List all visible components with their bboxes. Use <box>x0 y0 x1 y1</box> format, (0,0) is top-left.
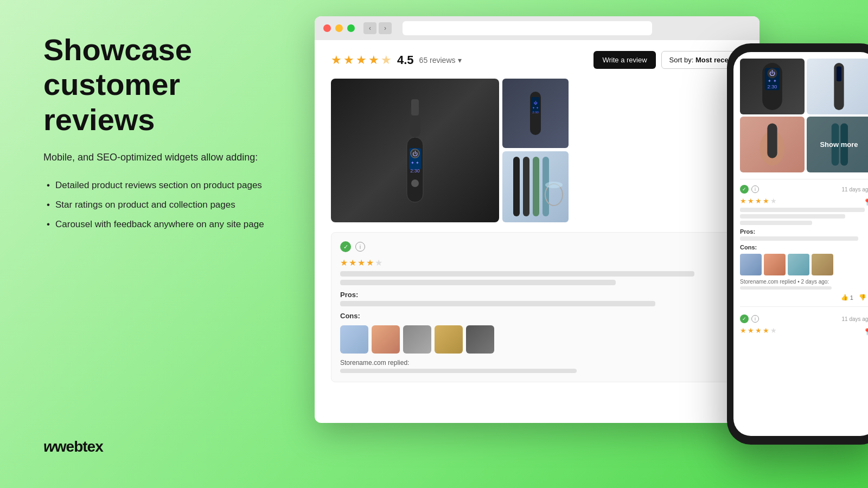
review-thumb-5[interactable] <box>466 325 494 354</box>
star-5: ★ <box>381 53 392 67</box>
svg-rect-8 <box>411 99 419 115</box>
mobile-review-1: ✓ i 11 days ago ★ ★ ★ ★ ★ 📍 <box>740 179 868 301</box>
svg-rect-10 <box>531 97 540 112</box>
mobile-thumb-4[interactable] <box>812 254 833 275</box>
mobile-text-1 <box>740 208 865 212</box>
list-item: Carousel with feedback anywhere on any s… <box>43 215 271 234</box>
review-text-line-1 <box>340 271 694 277</box>
svg-point-6 <box>411 179 419 187</box>
maximize-button[interactable] <box>347 24 355 32</box>
mobile-verified-badges: ✓ i <box>740 185 759 194</box>
review-thumb-3[interactable] <box>403 325 431 354</box>
svg-text:2:30: 2:30 <box>410 168 420 174</box>
list-item: Detailed product reviews section on prod… <box>43 176 271 195</box>
mobile-thumb-1[interactable] <box>740 254 762 275</box>
rating-header: ★ ★ ★ ★ ★ 4.5 65 reviews ▾ Write a revie… <box>331 51 743 69</box>
review-star-2: ★ <box>349 258 356 268</box>
mobile-like-action[interactable]: 👍 1 <box>841 294 853 301</box>
info-icon: i <box>355 242 365 252</box>
hero-title: Showcase customer reviews <box>43 33 271 137</box>
cons-section: Cons: <box>340 312 734 320</box>
mobile-cons-label: Cons: <box>740 244 868 251</box>
mobile-review-time-1: 11 days ago <box>842 187 869 192</box>
mobile-img-2[interactable] <box>807 59 868 114</box>
cons-label: Cons: <box>340 312 734 320</box>
mobile-text-3 <box>740 221 812 225</box>
pros-section: Pros: <box>340 291 734 306</box>
mobile-location-icon-2: 📍 <box>863 328 868 336</box>
review-thumbnails <box>340 325 734 354</box>
minimize-button[interactable] <box>335 24 343 32</box>
review-text-line-2 <box>340 280 616 285</box>
review-card-header: ✓ i <box>340 241 734 252</box>
toothbrush-illustration: ⏻ ✦ ✦ 2:30 <box>396 94 434 208</box>
star-3: ★ <box>356 53 367 67</box>
mobile-divider <box>740 306 868 307</box>
mobile-thumb-2[interactable] <box>764 254 786 275</box>
svg-text:✦ ✦: ✦ ✦ <box>768 79 776 84</box>
nav-arrows: ‹ › <box>363 22 392 34</box>
forward-button[interactable]: › <box>379 22 392 34</box>
mobile-pros-bar <box>740 236 858 241</box>
review-thumb-1[interactable] <box>340 325 368 354</box>
main-product-image[interactable]: ⏻ ✦ ✦ 2:30 <box>331 79 499 222</box>
mobile-info-icon: i <box>751 185 759 193</box>
svg-rect-14 <box>513 157 520 216</box>
mobile-verified-icon: ✓ <box>740 185 749 194</box>
mobile-review-thumbnails <box>740 254 868 275</box>
product-image-3[interactable] <box>502 151 569 222</box>
right-panel: ‹ › ★ ★ ★ ★ ★ 4.5 65 re <box>315 0 868 488</box>
svg-text:⏻: ⏻ <box>769 70 775 76</box>
pros-label: Pros: <box>340 291 734 299</box>
review-count: 65 reviews ▾ <box>419 56 462 65</box>
mobile-review-header-1: ✓ i 11 days ago <box>740 185 868 194</box>
svg-text:⏻: ⏻ <box>534 101 538 105</box>
rating-value: 4.5 <box>397 53 414 67</box>
write-review-button[interactable]: Write a review <box>593 51 655 69</box>
back-button[interactable]: ‹ <box>363 22 376 34</box>
feature-list: Detailed product reviews section on prod… <box>43 176 271 234</box>
svg-text:✦ ✦: ✦ ✦ <box>411 160 419 165</box>
image-gallery: ⏻ ✦ ✦ 2:30 <box>331 79 743 222</box>
browser-content: ★ ★ ★ ★ ★ 4.5 65 reviews ▾ Write a revie… <box>315 40 760 423</box>
reply-bar <box>340 369 577 373</box>
close-button[interactable] <box>323 24 331 32</box>
mobile-verified-icon-2: ✓ <box>740 314 749 323</box>
review-star-4: ★ <box>366 258 374 268</box>
list-item: Star ratings on product and collection p… <box>43 195 271 215</box>
mobile-img-1[interactable]: ⏻ ✦ ✦ 2:30 <box>740 59 805 114</box>
mobile-location-icon: 📍 <box>863 198 868 206</box>
review-reply: Storename.com replied: <box>340 359 734 373</box>
review-star-5: ★ <box>375 258 382 268</box>
mobile-review-time-2: 11 days ago <box>842 316 869 322</box>
star-2: ★ <box>343 53 354 67</box>
rating-left: ★ ★ ★ ★ ★ 4.5 65 reviews ▾ <box>331 53 462 67</box>
mobile-review-header-2: ✓ i 11 days ago <box>740 314 868 323</box>
mobile-review-actions: 👍 1 👎 3 <box>740 294 868 301</box>
svg-text:✦ ✦: ✦ ✦ <box>532 106 539 110</box>
mobile-dislike-action[interactable]: 👎 3 <box>859 294 868 301</box>
logo: wwebtex <box>43 406 271 455</box>
browser-window: ‹ › ★ ★ ★ ★ ★ 4.5 65 re <box>315 16 760 423</box>
svg-text:⏻: ⏻ <box>412 151 418 157</box>
review-thumb-4[interactable] <box>435 325 463 354</box>
svg-text:2:30: 2:30 <box>532 111 539 114</box>
svg-point-19 <box>545 182 563 188</box>
star-rating: ★ ★ ★ ★ ★ <box>331 53 392 67</box>
svg-rect-29 <box>767 124 777 158</box>
svg-text:2:30: 2:30 <box>768 84 777 89</box>
mobile-text-2 <box>740 214 845 219</box>
address-bar[interactable] <box>403 21 652 35</box>
mobile-thumb-3[interactable] <box>788 254 809 275</box>
product-image-2[interactable]: ⏻ ✦ ✦ 2:30 <box>502 79 569 148</box>
verified-icon: ✓ <box>340 241 351 252</box>
mobile-reply-bar <box>740 286 832 290</box>
review-star-1: ★ <box>340 258 348 268</box>
mobile-img-4-overlay[interactable]: Show more <box>807 117 868 172</box>
mobile-screen-content: ⏻ ✦ ✦ 2:30 <box>733 52 868 436</box>
show-more-overlay[interactable]: Show more <box>807 117 868 172</box>
mobile-img-3[interactable] <box>740 117 805 172</box>
mobile-info-icon-2: i <box>751 315 759 323</box>
browser-titlebar: ‹ › <box>315 16 760 40</box>
review-thumb-2[interactable] <box>372 325 400 354</box>
